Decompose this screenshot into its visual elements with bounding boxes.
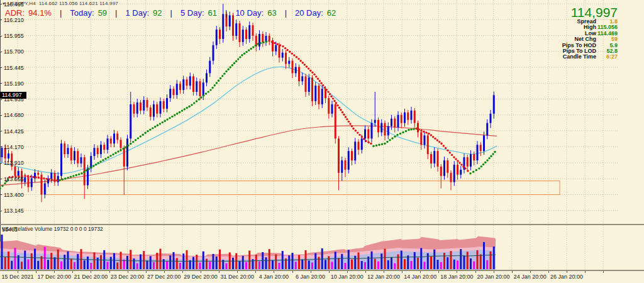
volume-bar [34, 249, 36, 270]
trend-ma-dot [297, 58, 299, 60]
candle-body [196, 81, 197, 92]
adr-separator: | [60, 8, 62, 18]
volume-bar [163, 259, 165, 269]
main-chart-canvas[interactable] [0, 0, 619, 224]
candle-body [116, 133, 118, 140]
volume-bar [21, 262, 23, 269]
trend-ma-dot [184, 108, 186, 110]
volume-bar [126, 256, 128, 269]
trend-ma-dot [130, 143, 131, 145]
volume-bar [424, 262, 426, 269]
trend-ma-dot [464, 167, 466, 169]
candle-body [70, 148, 72, 160]
adr-item-label: 5 Day: [180, 8, 204, 18]
time-label: 4 Jan 20:00 [259, 274, 289, 280]
volume-bar [351, 260, 353, 269]
trend-ma-dot [211, 87, 213, 89]
trend-ma-dot [432, 136, 434, 138]
adr-item: 1 Day:92 [126, 8, 162, 18]
price-tick-mark [0, 115, 2, 116]
candle-body [427, 135, 429, 154]
volume-bar [37, 261, 39, 269]
volume-bar [467, 252, 469, 269]
adr-indicator-bar: ADR:94.1%|Today:59|1 Day:92|5 Day:61|10 … [5, 8, 336, 18]
price-tick-mark [0, 163, 2, 164]
volume-bar [113, 253, 115, 269]
candle-body [113, 133, 115, 143]
trend-ma-dot [233, 62, 235, 64]
trend-ma-dot [418, 128, 419, 130]
candle-body [443, 160, 445, 176]
candle-body [473, 154, 475, 160]
time-tick [237, 271, 238, 273]
candle-body [440, 167, 442, 176]
trend-ma-dot [86, 169, 87, 171]
price-tick-mark [0, 83, 2, 84]
trend-ma-dot [262, 42, 264, 43]
candle-body [163, 101, 165, 109]
trend-ma-dot [166, 118, 168, 120]
rectangle-zone[interactable] [46, 181, 560, 195]
trend-ma-dot [326, 89, 328, 91]
candle-body [414, 111, 416, 123]
candle-body [298, 67, 300, 81]
trend-ma-dot [320, 82, 322, 84]
mt4-chart-window: ▼USDJPY,H4 114.662 115.056 114.621 114.9… [0, 0, 644, 283]
trend-ma-dot [227, 68, 229, 70]
candle-body [361, 138, 363, 150]
candle-body [133, 104, 135, 114]
candle-body [262, 34, 264, 42]
trend-ma-dot [443, 145, 445, 147]
time-tick [182, 271, 183, 273]
time-tick [201, 271, 201, 273]
candle-body [371, 123, 373, 139]
candle-body [397, 115, 399, 128]
trend-ma-dot [109, 155, 111, 157]
trend-ma-dot [104, 158, 106, 160]
trend-ma-dot [140, 135, 142, 137]
trend-ma-dot [340, 109, 341, 111]
candle-body [120, 140, 122, 148]
trend-ma-dot [384, 143, 386, 145]
candle-body [335, 104, 336, 138]
volume-bar [361, 261, 363, 269]
candle-body [209, 61, 211, 74]
volume-bar [143, 251, 145, 269]
volume-bar [173, 252, 175, 269]
trend-ma-dot [191, 104, 192, 106]
volume-bar [213, 254, 214, 269]
ohlc-values: 114.662 115.056 114.621 114.997 [39, 1, 118, 6]
trend-ma-dot [447, 149, 448, 151]
candle-body [275, 45, 277, 52]
trend-ma-dot [218, 80, 219, 82]
volume-bar [136, 264, 138, 269]
trend-ma-dot [399, 133, 401, 135]
candle-body [348, 151, 350, 170]
trend-ma-dot [216, 82, 218, 84]
trend-ma-dot [386, 141, 388, 143]
trend-ma-dot [304, 64, 306, 65]
candle-body [279, 45, 280, 58]
volume-bar [335, 252, 336, 269]
trend-ma-dot [430, 134, 432, 136]
trend-ma-dot [457, 160, 458, 162]
candle-body [147, 100, 148, 108]
trend-ma-dot [231, 64, 233, 66]
volume-bar [87, 257, 89, 269]
time-tick [512, 271, 513, 273]
trend-ma-dot [257, 43, 258, 45]
time-axis[interactable]: 15 Dec 202117 Dec 20:0021 Dec 20:0023 De… [0, 271, 644, 283]
trend-ma-dot [274, 42, 275, 44]
trend-ma-dot [438, 141, 440, 143]
trend-ma-dot [248, 49, 250, 51]
candle-body [126, 138, 128, 167]
trend-ma-dot [279, 44, 281, 46]
time-label: 17 Dec 20:00 [37, 274, 71, 280]
time-label: 31 Dec 20:00 [220, 274, 254, 280]
time-tick [494, 271, 494, 273]
trend-ma-dot [43, 177, 45, 179]
trend-ma-dot [358, 134, 360, 136]
time-label: 21 Dec 20:00 [74, 274, 108, 280]
candle-body [411, 111, 413, 120]
volume-bar [8, 252, 9, 269]
